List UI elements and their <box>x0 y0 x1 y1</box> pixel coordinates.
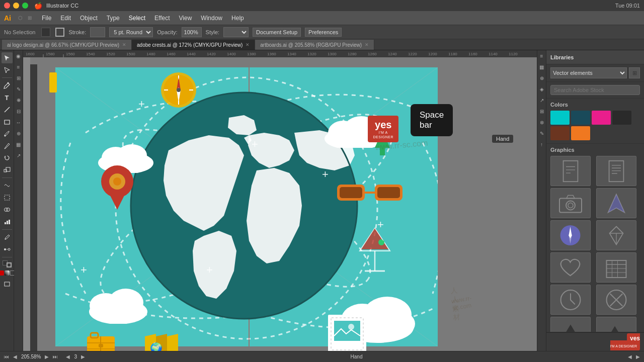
nav-arrow-left[interactable]: ◀ <box>628 354 632 359</box>
stroke-swatch[interactable] <box>55 28 64 37</box>
preferences-button[interactable]: Preferences <box>305 28 342 37</box>
properties-panel-icon[interactable]: ◉ <box>15 52 22 59</box>
zoom-next2[interactable]: ⏭ <box>53 354 58 359</box>
maximize-button[interactable] <box>22 3 28 9</box>
screen-mode-btn[interactable] <box>2 279 13 290</box>
stroke-color-input[interactable] <box>90 27 105 37</box>
graphic-clock[interactable] <box>550 285 591 315</box>
eyedropper-tool[interactable] <box>2 232 13 243</box>
graphic-document[interactable] <box>596 156 636 186</box>
artboard[interactable]: + + + + + + <box>55 67 438 346</box>
close-button[interactable] <box>4 3 10 9</box>
symbols-icon[interactable]: ❋ <box>15 97 22 104</box>
style-select[interactable] <box>223 27 249 37</box>
brush-icon-right[interactable]: ✎ <box>538 130 545 137</box>
line-tool[interactable] <box>2 104 13 115</box>
layers-icon-right[interactable]: ≡ <box>538 52 545 59</box>
select-tool[interactable] <box>2 52 13 63</box>
export-icon[interactable]: ↗ <box>15 152 22 159</box>
warp-tool[interactable] <box>2 180 13 191</box>
graphic-nav-pin[interactable] <box>596 188 636 218</box>
library-type-select[interactable]: Vector elements <box>550 67 627 78</box>
menu-help[interactable]: Help <box>228 14 247 23</box>
graphic-blank-page[interactable] <box>550 156 591 186</box>
graphic-compass[interactable] <box>550 220 591 250</box>
swatches-icon-right[interactable]: ▦ <box>538 63 545 70</box>
zoom-next[interactable]: ▶ <box>45 354 49 359</box>
graphic-pen-nib[interactable] <box>596 220 636 250</box>
artboards-icon[interactable]: ▦ <box>15 141 22 148</box>
menu-edit[interactable]: Edit <box>57 14 74 23</box>
grid-view-btn[interactable]: ⊞ <box>629 67 640 78</box>
swatch-orange[interactable] <box>571 126 590 140</box>
doc-setup-button[interactable]: Document Setup <box>253 28 301 37</box>
color-mode[interactable] <box>0 270 4 276</box>
pen-tool[interactable] <box>2 80 13 91</box>
rotate-tool[interactable] <box>2 152 13 163</box>
align-icon[interactable]: ⊟ <box>15 108 22 115</box>
direct-select-tool[interactable] <box>2 64 13 75</box>
align-icon-right[interactable]: ⊞ <box>538 108 545 115</box>
type-tool[interactable]: T <box>2 92 13 103</box>
appearance-icon[interactable]: ◈ <box>538 85 545 93</box>
free-transform-tool[interactable] <box>2 192 13 203</box>
canvas-content[interactable]: + + + + + + <box>30 57 537 351</box>
transform-icon-right[interactable]: ↗ <box>538 97 545 104</box>
svg-marker-90 <box>361 228 388 249</box>
menu-file[interactable]: File <box>39 14 54 23</box>
scale-tool[interactable] <box>2 164 13 175</box>
rect-tool[interactable] <box>2 116 13 127</box>
tab-1[interactable]: adobe crests.ai @ 172% (CMYK/GPU Preview… <box>132 40 255 50</box>
artboard-num[interactable]: 3 <box>74 354 77 359</box>
tab-2[interactable]: artboards.ai @ 205.58% (RGB/GPU Preview)… <box>255 40 374 50</box>
zoom-prev[interactable]: ◀ <box>13 354 17 359</box>
graphic-mountains-2[interactable] <box>596 317 636 332</box>
tab-0[interactable]: ai logo design.ai @ 66.67% (CMYK/GPU Pre… <box>2 40 132 50</box>
menu-object[interactable]: Object <box>77 14 101 23</box>
gradient-mode[interactable] <box>5 270 10 276</box>
layers-panel-icon[interactable]: ≡ <box>15 63 22 70</box>
artboard-next[interactable]: ▶ <box>81 354 85 359</box>
blend-tool[interactable] <box>2 244 13 255</box>
shape-builder-tool[interactable] <box>2 204 13 215</box>
graphic-camera[interactable] <box>550 188 591 218</box>
search-input[interactable] <box>550 85 640 95</box>
brushes-icon[interactable]: ✎ <box>15 85 22 93</box>
tab-1-close[interactable]: ✕ <box>246 42 250 47</box>
stroke-size-select[interactable]: 5 pt. Round <box>109 27 153 37</box>
swatch-dark-teal[interactable] <box>571 111 590 125</box>
swatch-dark-gray[interactable] <box>612 111 631 125</box>
menu-select[interactable]: Select <box>126 14 148 23</box>
libraries-icon[interactable]: ⊞ <box>15 74 22 81</box>
canvas-area[interactable]: 1600 1580 1560 1540 1520 1500 1480 1460 … <box>23 50 537 351</box>
stroke-indicator[interactable] <box>7 262 12 267</box>
swatch-pink[interactable] <box>592 111 611 125</box>
graphic-calendar[interactable] <box>596 252 636 283</box>
swatch-brown[interactable] <box>550 126 570 140</box>
artboard-prev[interactable]: ◀ <box>66 354 70 359</box>
swatch-cyan[interactable] <box>550 111 570 125</box>
chart-tool[interactable] <box>2 216 13 227</box>
pencil-tool[interactable] <box>2 140 13 151</box>
symbols-icon-right[interactable]: ⊕ <box>538 74 545 81</box>
minimize-button[interactable] <box>13 3 19 9</box>
menu-window[interactable]: Window <box>198 14 225 23</box>
export-icon-right[interactable]: ↑ <box>538 141 545 148</box>
menu-type[interactable]: Type <box>104 14 123 23</box>
fill-swatch[interactable] <box>41 28 50 37</box>
pathfinder-icon-right[interactable]: ⊗ <box>538 119 545 126</box>
zoom-value[interactable]: 205.58% <box>21 354 41 359</box>
graphic-x-shape[interactable] <box>596 285 636 315</box>
window-controls[interactable] <box>4 3 28 9</box>
tab-0-close[interactable]: ✕ <box>122 42 126 47</box>
graphic-heart[interactable] <box>550 252 591 283</box>
transform-icon[interactable]: ↔ <box>15 119 22 126</box>
graphic-mountains[interactable] <box>550 317 591 332</box>
opacity-input[interactable] <box>182 27 202 37</box>
tab-2-close[interactable]: ✕ <box>365 42 369 47</box>
menu-effect[interactable]: Effect <box>151 14 173 23</box>
paintbrush-tool[interactable] <box>2 128 13 139</box>
nav-arrow-right[interactable]: ▶ <box>636 354 640 359</box>
pathfinder-icon[interactable]: ⊕ <box>15 130 22 137</box>
menu-view[interactable]: View <box>176 14 195 23</box>
